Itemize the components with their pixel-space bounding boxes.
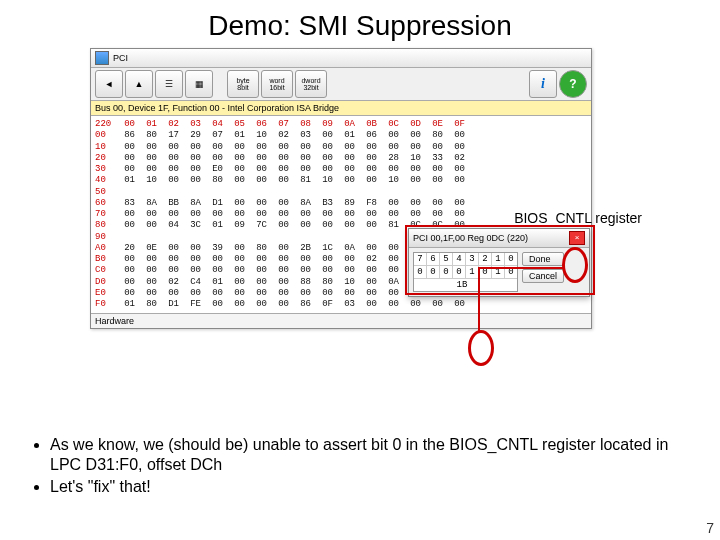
hex-cell[interactable]: 01 (209, 277, 223, 288)
hex-cell[interactable]: 00 (275, 265, 289, 276)
tree-button[interactable]: ☰ (155, 70, 183, 98)
hex-cell[interactable]: 00 (429, 142, 443, 153)
hex-cell[interactable]: 00 (451, 209, 465, 220)
hex-cell[interactable]: 00 (385, 288, 399, 299)
mode-word-button[interactable]: word16bit (261, 70, 293, 98)
hex-cell[interactable]: 00 (275, 153, 289, 164)
hex-cell[interactable]: 00 (275, 243, 289, 254)
hex-cell[interactable]: 00 (231, 175, 245, 186)
bit-value[interactable]: 1 (466, 266, 479, 279)
hex-cell[interactable]: 80 (209, 175, 223, 186)
hex-cell[interactable] (297, 232, 311, 243)
hex-cell[interactable]: 00 (121, 277, 135, 288)
hex-cell[interactable]: 00 (319, 164, 333, 175)
hex-cell[interactable]: 00 (165, 142, 179, 153)
device-path-strip[interactable]: Bus 00, Device 1F, Function 00 - Intel C… (91, 101, 591, 116)
hex-cell[interactable]: 00 (341, 209, 355, 220)
hex-cell[interactable] (209, 232, 223, 243)
hex-cell[interactable] (165, 232, 179, 243)
hex-cell[interactable]: 00 (275, 175, 289, 186)
hex-cell[interactable]: 00 (187, 175, 201, 186)
hex-cell[interactable]: 00 (143, 288, 157, 299)
hex-cell[interactable] (121, 232, 135, 243)
hex-cell[interactable] (253, 232, 267, 243)
hex-cell[interactable] (165, 187, 179, 198)
hex-cell[interactable]: 00 (143, 254, 157, 265)
hex-cell[interactable]: 17 (165, 130, 179, 141)
hex-cell[interactable] (451, 187, 465, 198)
hex-cell[interactable]: 00 (363, 288, 377, 299)
hex-cell[interactable]: 00 (143, 153, 157, 164)
hex-cell[interactable]: 07 (209, 130, 223, 141)
hex-cell[interactable]: BB (165, 198, 179, 209)
hex-cell[interactable]: 00 (319, 265, 333, 276)
hex-cell[interactable]: 00 (451, 130, 465, 141)
hex-cell[interactable]: 00 (121, 119, 135, 130)
chip-button[interactable]: ▦ (185, 70, 213, 98)
hex-cell[interactable]: 02 (165, 119, 179, 130)
hex-cell[interactable]: 28 (385, 153, 399, 164)
hex-cell[interactable]: 0D (407, 119, 421, 130)
hex-cell[interactable] (363, 232, 377, 243)
hex-cell[interactable]: 04 (165, 220, 179, 231)
hex-cell[interactable]: 00 (297, 254, 311, 265)
hex-cell[interactable]: 05 (231, 119, 245, 130)
hex-cell[interactable]: 00 (385, 299, 399, 310)
hex-cell[interactable]: 7C (253, 220, 267, 231)
cancel-button[interactable]: Cancel (522, 269, 564, 283)
hex-cell[interactable]: 00 (209, 153, 223, 164)
hex-cell[interactable]: 00 (231, 299, 245, 310)
hex-cell[interactable]: 00 (429, 198, 443, 209)
hex-cell[interactable]: 00 (275, 299, 289, 310)
hex-cell[interactable]: 33 (429, 153, 443, 164)
hex-cell[interactable]: 01 (341, 130, 355, 141)
hex-cell[interactable]: 00 (385, 209, 399, 220)
hex-cell[interactable]: 01 (209, 220, 223, 231)
hex-cell[interactable]: 00 (429, 175, 443, 186)
hex-cell[interactable]: 00 (121, 265, 135, 276)
hex-cell[interactable]: 00 (451, 299, 465, 310)
hex-cell[interactable]: 00 (165, 243, 179, 254)
hex-cell[interactable] (143, 187, 157, 198)
hex-cell[interactable]: 00 (429, 209, 443, 220)
hex-cell[interactable]: 00 (385, 265, 399, 276)
hex-cell[interactable]: 00 (407, 164, 421, 175)
bit-value[interactable]: 0 (440, 266, 453, 279)
hex-cell[interactable]: 00 (143, 220, 157, 231)
hex-cell[interactable]: 00 (253, 288, 267, 299)
hex-cell[interactable]: B3 (319, 198, 333, 209)
hex-cell[interactable]: 0B (363, 119, 377, 130)
hex-cell[interactable]: 00 (143, 209, 157, 220)
hex-cell[interactable]: 00 (429, 164, 443, 175)
bit-editor[interactable]: 76543210 00001010 1B (413, 252, 518, 292)
hex-cell[interactable]: 80 (429, 130, 443, 141)
hex-cell[interactable] (407, 187, 421, 198)
hex-cell[interactable]: 00 (121, 209, 135, 220)
hex-cell[interactable]: E0 (209, 164, 223, 175)
hex-cell[interactable]: 0A (341, 119, 355, 130)
hex-cell[interactable] (341, 232, 355, 243)
hex-cell[interactable]: 00 (253, 209, 267, 220)
hex-cell[interactable]: 02 (275, 130, 289, 141)
hex-cell[interactable]: 00 (363, 220, 377, 231)
hex-cell[interactable] (231, 187, 245, 198)
hex-cell[interactable]: 00 (341, 288, 355, 299)
hex-cell[interactable]: 00 (297, 265, 311, 276)
hex-cell[interactable]: 00 (187, 254, 201, 265)
hex-cell[interactable]: 00 (451, 175, 465, 186)
info-button[interactable]: i (529, 70, 557, 98)
hex-cell[interactable]: 00 (363, 209, 377, 220)
hex-cell[interactable] (187, 187, 201, 198)
hex-cell[interactable]: 00 (253, 198, 267, 209)
hex-cell[interactable]: 00 (231, 142, 245, 153)
hex-cell[interactable]: 2B (297, 243, 311, 254)
hex-cell[interactable] (319, 187, 333, 198)
bit-value[interactable]: 0 (453, 266, 466, 279)
hex-cell[interactable]: 00 (407, 175, 421, 186)
done-button[interactable]: Done (522, 252, 564, 266)
hex-cell[interactable]: 83 (121, 198, 135, 209)
hex-cell[interactable]: 80 (253, 243, 267, 254)
hex-cell[interactable]: 00 (275, 209, 289, 220)
hex-cell[interactable]: 00 (121, 153, 135, 164)
hex-cell[interactable]: 3C (187, 220, 201, 231)
